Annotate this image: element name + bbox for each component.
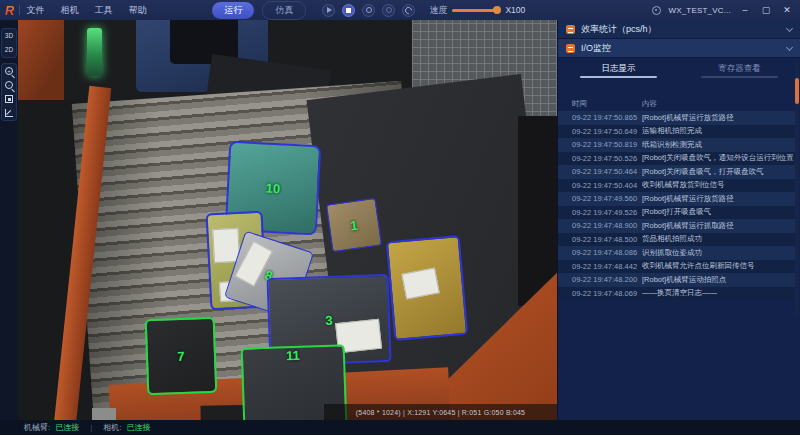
maximize-button[interactable]: ▢	[759, 5, 773, 15]
gear-icon[interactable]	[652, 6, 661, 15]
fit-view-button[interactable]	[5, 95, 13, 103]
speed-slider[interactable]	[452, 9, 500, 12]
menu-help[interactable]: 帮助	[128, 4, 146, 17]
tab-register-view[interactable]: 寄存器查看	[679, 58, 800, 80]
panel-scrollbar-thumb[interactable]	[795, 78, 799, 104]
log-time: 09-22 19:47:48.500	[558, 235, 642, 244]
loop-icon	[386, 7, 392, 13]
io-title: I/O监控	[581, 42, 611, 55]
status-separator: |	[90, 423, 92, 432]
log-message: [Robot]关闭吸盘吹气，通知外设台运行到位置	[642, 153, 796, 163]
efficiency-section-header[interactable]: 效率统计（pcs/h）	[558, 20, 800, 39]
log-time: 09-22 19:47:50.404	[558, 181, 642, 190]
machinery	[18, 20, 64, 104]
log-row[interactable]: 09-22 19:47:48.200 [Robot]机械臂运动拍照点	[558, 273, 796, 287]
menu-file[interactable]: 文件	[26, 4, 44, 17]
log-message: 收到机械臂允许点位刷新回传信号	[642, 261, 796, 271]
minimize-button[interactable]: –	[738, 5, 752, 15]
expand-view-button[interactable]	[5, 109, 13, 117]
log-time: 09-22 19:47:50.865	[558, 113, 642, 122]
play-button[interactable]	[322, 4, 335, 17]
speed-slider-fill	[452, 9, 494, 12]
log-message: [Robot]机械臂运行抓取路径	[642, 221, 796, 231]
log-time: 09-22 19:47:48.442	[558, 262, 642, 271]
package-detection-1[interactable]: 1	[326, 198, 382, 252]
loop-button[interactable]	[382, 4, 395, 17]
camera-status-label: 相机:	[103, 422, 121, 433]
run-button[interactable]: 运行	[212, 2, 254, 19]
return-button[interactable]	[402, 4, 415, 17]
menu-camera[interactable]: 相机	[60, 4, 78, 17]
log-time: 09-22 19:47:48.200	[558, 275, 642, 284]
io-tabs: 日志显示 寄存器查看	[558, 58, 800, 80]
log-message: [Robot]机械臂运行放货路径	[642, 113, 796, 123]
detection-number: 10	[265, 180, 280, 196]
simulate-button[interactable]: 仿真	[262, 1, 306, 20]
zoom-tool-group: + -	[1, 63, 17, 121]
zoom-out-button[interactable]: -	[5, 81, 13, 89]
robot-status-value: 已连接	[55, 422, 79, 433]
close-button[interactable]: ✕	[780, 5, 794, 15]
robot-status-label: 机械臂:	[24, 422, 50, 433]
log-row[interactable]: 09-22 19:47:48.442 收到机械臂允许点位刷新回传信号	[558, 260, 796, 274]
io-section-header[interactable]: I/O监控	[558, 39, 800, 58]
package-detection-7[interactable]: 7	[145, 317, 218, 395]
log-time: 09-22 19:47:50.649	[558, 127, 642, 136]
log-row[interactable]: 09-22 19:47:50.865 [Robot]机械臂运行放货路径	[558, 111, 796, 125]
pixel-info-text: (5408 * 1024) | X:1291 Y:0645 | R:051 G:…	[356, 409, 525, 416]
chevron-down-icon[interactable]	[786, 43, 793, 50]
log-message: 纸箱识别检测完成	[642, 140, 796, 150]
speed-slider-thumb[interactable]	[493, 6, 501, 14]
detection-number: 11	[286, 348, 300, 363]
stop-icon	[346, 8, 351, 13]
top-menubar: R 文件 相机 工具 帮助 运行 仿真 速度 X100 WX_TEST_VC..…	[0, 0, 800, 20]
log-row[interactable]: 09-22 19:47:49.526 [Robot]打开吸盘吸气	[558, 206, 796, 220]
log-time: 09-22 19:47:48.069	[558, 289, 642, 298]
log-message: [Robot]关闭吸盘吸气，打开吸盘吹气	[642, 167, 796, 177]
play-icon	[327, 7, 332, 13]
fit-view-icon	[8, 98, 11, 101]
efficiency-title: 效率统计（pcs/h）	[581, 23, 657, 36]
camera-status-value: 已连接	[127, 422, 151, 433]
log-message: 货品相机拍照成功	[642, 234, 796, 244]
log-row[interactable]: 09-22 19:47:48.086 识别抓取位姿成功	[558, 246, 796, 260]
log-message: 识别抓取位姿成功	[642, 248, 796, 258]
log-row[interactable]: 09-22 19:47:49.560 [Robot]机械臂运行放货路径	[558, 192, 796, 206]
log-message: [Robot]机械臂运动拍照点	[642, 275, 796, 285]
io-icon	[566, 44, 575, 53]
log-col-content: 内容	[642, 99, 796, 109]
reset-button[interactable]	[362, 4, 375, 17]
log-time: 09-22 19:47:50.819	[558, 140, 642, 149]
stop-button[interactable]	[342, 4, 355, 17]
view-2d-button[interactable]: 2D	[5, 46, 13, 54]
log-row[interactable]: 09-22 19:47:48.900 [Robot]机械臂运行抓取路径	[558, 219, 796, 233]
log-row[interactable]: 09-22 19:47:50.649 运输相机拍照完成	[558, 125, 796, 139]
divider	[19, 5, 20, 15]
log-col-time: 时间	[558, 99, 642, 109]
camera-viewport[interactable]: 10 1 9 8 3 0 7 11 (5408 * 1024) |	[18, 20, 557, 420]
zoom-in-button[interactable]: +	[5, 67, 13, 75]
chevron-down-icon[interactable]	[786, 24, 793, 31]
log-message: 收到机械臂放货到位信号	[642, 180, 796, 190]
log-message: ——换页清空日志——	[642, 288, 796, 298]
view-3d-button[interactable]: 3D	[5, 32, 13, 40]
log-row[interactable]: 09-22 19:47:48.500 货品相机拍照成功	[558, 233, 796, 247]
menu-tools[interactable]: 工具	[94, 4, 112, 17]
panel-scrollbar[interactable]	[795, 60, 799, 316]
detection-number: 1	[349, 217, 358, 233]
log-time: 09-22 19:47:49.560	[558, 194, 642, 203]
log-row[interactable]: 09-22 19:47:50.819 纸箱识别检测完成	[558, 138, 796, 152]
status-bar: 机械臂: 已连接 | 相机: 已连接	[0, 420, 800, 435]
return-icon	[404, 5, 414, 15]
log-row[interactable]: 09-22 19:47:50.404 收到机械臂放货到位信号	[558, 179, 796, 193]
speed-label: 速度	[429, 4, 447, 17]
floor-object	[92, 408, 116, 420]
log-row[interactable]: 09-22 19:47:48.069 ——换页清空日志——	[558, 287, 796, 301]
log-table-header: 时间 内容	[558, 96, 796, 111]
log-time: 09-22 19:47:48.900	[558, 221, 642, 230]
log-message: 运输相机拍照完成	[642, 126, 796, 136]
package-detection-0[interactable]: 0	[386, 235, 468, 341]
log-row[interactable]: 09-22 19:47:50.526 [Robot]关闭吸盘吹气，通知外设台运行…	[558, 152, 796, 166]
log-row[interactable]: 09-22 19:47:50.464 [Robot]关闭吸盘吸气，打开吸盘吹气	[558, 165, 796, 179]
tab-log-display[interactable]: 日志显示	[558, 58, 679, 80]
